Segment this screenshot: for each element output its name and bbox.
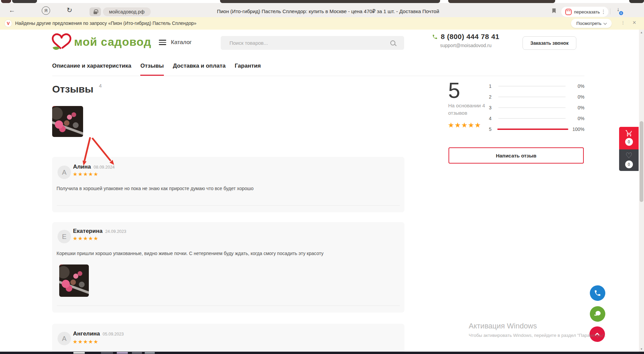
cart-count: 0 [625, 138, 633, 146]
ssl-lock-chip[interactable] [90, 7, 101, 16]
card-divider [57, 205, 400, 206]
reviewer-name: Ангелина05.09.2023 [73, 330, 124, 337]
taskbar-sliver [0, 352, 644, 354]
page-title: Пион (Ито-гибрид) Пастель Сплендор: купи… [168, 8, 488, 14]
browser-tab[interactable] [12, 0, 37, 3]
request-call-button[interactable]: Заказать звонок [523, 36, 576, 50]
review-attachment-photo[interactable] [59, 264, 89, 297]
tab-delivery[interactable]: Доставка и оплата [173, 63, 226, 76]
scroll-up-icon[interactable]: ▲ [639, 31, 644, 34]
avatar: А [58, 166, 71, 179]
write-review-button[interactable]: Написать отзыв [449, 147, 584, 164]
browser-tab[interactable] [1, 0, 11, 3]
page-scrollbar[interactable]: ▲ ▼ [639, 30, 644, 352]
review-date: 24.09.2023 [105, 229, 127, 234]
scroll-down-icon[interactable]: ▼ [639, 348, 644, 351]
favorites-count: 0 [625, 161, 633, 168]
review-photo-thumbnail[interactable] [52, 106, 83, 137]
avatar: А [58, 332, 71, 345]
chat-icon [594, 310, 602, 318]
browser-toolbar: ← Я ↻ мойсадовод.рф Пион (Ито-гибрид) Па… [0, 3, 644, 17]
downloads-button[interactable]: ↓ 6 [614, 7, 622, 12]
review-text: Корешки пришли хорошо упакованные, видно… [57, 251, 324, 256]
browser-tab[interactable] [448, 0, 555, 3]
windows-activation-watermark: Активация Windows Чтобы активировать Win… [469, 322, 606, 338]
review-stars: ★★★★★ [73, 235, 99, 242]
review-date: 05.09.2023 [103, 332, 124, 337]
address-bar-domain[interactable]: мойсадовод.рф [103, 7, 151, 16]
scroll-top-fab-button[interactable] [589, 326, 605, 342]
back-icon[interactable]: ← [9, 7, 15, 13]
tab-reviews[interactable]: Отзывы [140, 63, 164, 76]
search-box [221, 36, 404, 50]
phone-icon [594, 289, 601, 297]
search-icon[interactable] [390, 40, 395, 45]
notification-menu-icon[interactable]: ⋮ [621, 20, 625, 25]
rating-bar-row: 10% [489, 81, 584, 92]
yandex-icon[interactable]: Я [42, 6, 50, 15]
card-divider [57, 306, 400, 306]
annotation-arrows [77, 135, 121, 172]
reviews-count: 4 [99, 83, 102, 88]
cart-icon [625, 130, 633, 137]
favorites-widget[interactable]: ♡ 0 [619, 149, 639, 171]
review-card: А Ангелина05.09.2023 ★★★★★ [52, 324, 404, 354]
cart-widget[interactable]: 0 [619, 127, 639, 149]
rating-bar-row: 40% [489, 113, 584, 124]
browser-tab-strip [0, 0, 644, 3]
heart-logo-icon [51, 32, 72, 51]
reviewer-name: Екатерина24.09.2023 [73, 228, 126, 235]
lock-icon [94, 11, 97, 14]
tab-warranty[interactable]: Гарантия [235, 63, 261, 76]
retell-menu-icon[interactable]: ⋮ [601, 9, 606, 14]
downloads-badge: 6 [618, 10, 624, 16]
review-stars: ★★★★★ [73, 339, 99, 345]
browser-tab[interactable] [629, 0, 644, 3]
avatar: Е [58, 230, 71, 243]
chat-fab-button[interactable] [590, 306, 605, 322]
chevron-up-icon [593, 330, 601, 338]
view-offers-button[interactable]: Посмотреть [571, 19, 612, 28]
phone-number[interactable]: 8 (800) 444 78 41 [441, 33, 499, 41]
browser-tab[interactable] [220, 0, 440, 3]
toolbar-separator [610, 8, 610, 14]
rating-basis: На основании 4 отзывов [448, 102, 489, 117]
rating-distribution: 10% 20% 30% 40% 5100% [489, 81, 584, 135]
search-input[interactable] [221, 40, 390, 46]
chevron-down-icon [604, 21, 607, 25]
rating-stars: ★★★★★ [448, 121, 481, 129]
reviews-heading: Отзывы [52, 83, 94, 95]
site-logo[interactable]: мой садовод [51, 32, 151, 51]
rating-score: 5 [448, 78, 460, 103]
bookmark-icon[interactable] [551, 7, 557, 14]
notification-text: Найдены другие предложения по запросу «П… [15, 21, 196, 26]
phone-icon [432, 34, 438, 40]
notification-close-icon[interactable]: × [633, 19, 636, 26]
contact-block: 8 (800) 444 78 41 support@moisadovod.ru [432, 33, 499, 48]
quote-icon: ”” [565, 9, 572, 15]
review-card: Е Екатерина24.09.2023 ★★★★★ Корешки приш… [52, 222, 404, 313]
scrollbar-thumb[interactable] [640, 121, 643, 202]
support-email[interactable]: support@moisadovod.ru [440, 43, 499, 48]
tabs-divider [52, 76, 584, 76]
hamburger-icon [159, 38, 166, 46]
yandex-offer-icon: V [5, 20, 12, 27]
rating-bar-row: 5100% [489, 124, 584, 135]
offers-notification-bar: V Найдены другие предложения по запросу … [0, 17, 644, 30]
rating-bar-row: 20% [489, 92, 584, 102]
logo-text: мой садовод [74, 35, 151, 48]
call-fab-button[interactable] [590, 285, 605, 301]
rating-bar-row: 30% [489, 102, 584, 113]
site-header: мой садовод Каталог 8 (800) 444 78 41 su… [0, 30, 639, 59]
tab-description[interactable]: Описание и характеристика [52, 63, 131, 76]
review-stars: ★★★★★ [73, 171, 99, 177]
review-text: Получила в хорошей упаковке но пока не з… [57, 186, 254, 191]
product-tabs: Описание и характеристика Отзывы Доставк… [52, 63, 261, 76]
heart-icon: ♡ [625, 151, 633, 160]
refresh-icon[interactable]: ↻ [67, 7, 72, 13]
screen: ← Я ↻ мойсадовод.рф Пион (Ито-гибрид) Па… [0, 0, 644, 354]
catalog-button[interactable]: Каталог [159, 38, 192, 46]
